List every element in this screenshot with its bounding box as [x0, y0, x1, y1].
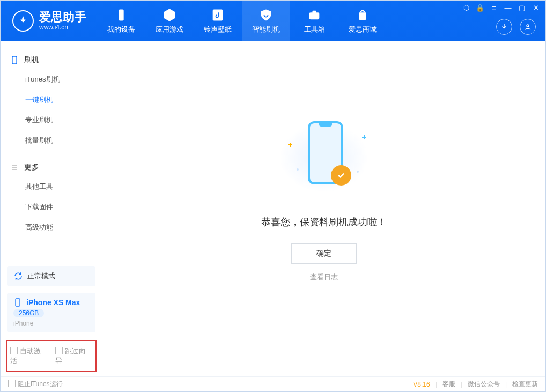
app-logo-icon	[12, 10, 34, 32]
svg-rect-3	[309, 12, 320, 19]
device-type: iPhone	[13, 320, 89, 327]
svg-rect-4	[313, 11, 316, 13]
user-button[interactable]	[520, 19, 536, 35]
app-subtitle: www.i4.cn	[39, 24, 86, 31]
sidebar-item-pro[interactable]: 专业刷机	[1, 110, 102, 130]
tshirt-icon[interactable]: ⬡	[462, 4, 470, 12]
close-button[interactable]: ✕	[532, 4, 540, 12]
device-phone-icon	[13, 298, 22, 307]
success-message: 恭喜您，保资料刷机成功啦！	[261, 216, 387, 228]
support-link[interactable]: 客服	[442, 380, 455, 389]
checkmark-badge-icon	[331, 165, 351, 186]
download-button[interactable]	[496, 19, 512, 35]
sidebar: 刷机 iTunes刷机 一键刷机 专业刷机 批量刷机 更多 其他工具 下载固件 …	[1, 41, 102, 376]
sidebar-item-advanced[interactable]: 高级功能	[1, 217, 102, 238]
sidebar-item-oneclick[interactable]: 一键刷机	[1, 90, 102, 110]
app-body: 刷机 iTunes刷机 一键刷机 专业刷机 批量刷机 更多 其他工具 下载固件 …	[1, 41, 545, 376]
options-row: 自动激活 跳过向导	[6, 340, 97, 372]
checkbox-auto-activate[interactable]: 自动激活	[10, 346, 48, 366]
device-box[interactable]: iPhone XS Max 256GB iPhone	[7, 293, 95, 332]
update-link[interactable]: 检查更新	[512, 380, 538, 389]
top-nav: 我的设备 应用游戏 铃声壁纸 智能刷机 工具箱 爱思商城	[97, 1, 387, 41]
nav-store[interactable]: 爱思商城	[338, 1, 387, 41]
checkbox-skip-guide[interactable]: 跳过向导	[55, 346, 93, 366]
svg-rect-1	[119, 10, 123, 21]
sidebar-item-firmware[interactable]: 下载固件	[1, 197, 102, 217]
cube-icon	[162, 8, 177, 23]
nav-ringtone[interactable]: 铃声壁纸	[194, 1, 242, 41]
header-round-buttons	[496, 19, 536, 35]
nav-label: 我的设备	[107, 25, 135, 34]
lock-icon[interactable]: 🔒	[476, 4, 484, 12]
main-content: 恭喜您，保资料刷机成功啦！ 确定 查看日志	[102, 41, 545, 376]
app-header: 爱思助手 www.i4.cn 我的设备 应用游戏 铃声壁纸 智能刷机 工具箱 爱…	[1, 1, 545, 41]
sidebar-item-batch[interactable]: 批量刷机	[1, 130, 102, 151]
nav-label: 智能刷机	[252, 25, 280, 34]
nav-label: 应用游戏	[156, 25, 183, 34]
sidebar-item-itunes[interactable]: iTunes刷机	[1, 69, 102, 90]
titlebar-controls: ⬡ 🔒 ≡ — ▢ ✕	[462, 4, 540, 12]
toolbox-icon	[307, 8, 322, 23]
music-icon	[210, 8, 225, 23]
device-capacity: 256GB	[13, 309, 44, 317]
success-illustration	[262, 115, 386, 201]
view-log-link[interactable]: 查看日志	[310, 272, 338, 282]
svg-rect-7	[16, 299, 20, 306]
sidebar-group-more: 更多	[1, 158, 102, 176]
nav-mydevice[interactable]: 我的设备	[97, 1, 145, 41]
list-icon	[10, 163, 19, 172]
mode-box[interactable]: 正常模式	[7, 266, 95, 286]
mode-label: 正常模式	[27, 271, 55, 281]
wechat-link[interactable]: 微信公众号	[468, 380, 500, 389]
refresh-shield-icon	[259, 8, 274, 23]
sidebar-group-flash: 刷机	[1, 51, 102, 69]
bag-icon	[355, 8, 370, 23]
svg-rect-2	[213, 10, 223, 21]
svg-point-5	[527, 25, 529, 27]
device-name: iPhone XS Max	[26, 298, 80, 307]
minimize-button[interactable]: —	[504, 4, 512, 12]
menu-icon[interactable]: ≡	[490, 4, 498, 12]
nav-toolbox[interactable]: 工具箱	[290, 1, 338, 41]
version-label: V8.16	[413, 381, 430, 388]
phone-outline-icon	[10, 56, 19, 64]
logo-area: 爱思助手 www.i4.cn	[1, 10, 97, 32]
refresh-icon	[13, 271, 23, 281]
footer: 阻止iTunes运行 V8.16 | 客服 | 微信公众号 | 检查更新	[1, 376, 545, 391]
nav-label: 工具箱	[304, 25, 325, 34]
phone-icon	[114, 8, 129, 23]
svg-rect-6	[12, 56, 17, 64]
nav-appgame[interactable]: 应用游戏	[145, 1, 194, 41]
maximize-button[interactable]: ▢	[518, 4, 526, 12]
nav-flash[interactable]: 智能刷机	[242, 1, 290, 41]
svg-rect-0	[22, 17, 24, 21]
nav-label: 铃声壁纸	[204, 25, 232, 34]
sidebar-item-other[interactable]: 其他工具	[1, 176, 102, 197]
checkbox-block-itunes[interactable]: 阻止iTunes运行	[8, 380, 63, 389]
ok-button[interactable]: 确定	[291, 243, 357, 264]
app-title: 爱思助手	[39, 11, 86, 24]
nav-label: 爱思商城	[349, 25, 377, 34]
